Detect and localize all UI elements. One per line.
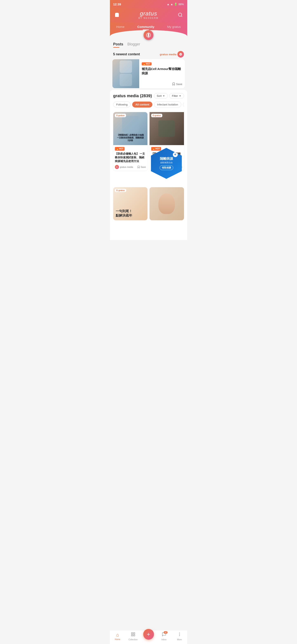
- gratus-badge-1: G gratus: [115, 114, 126, 117]
- nav-community[interactable]: Community: [134, 23, 158, 30]
- app-logo: gratus BY NEODERM: [138, 10, 158, 19]
- shield-claim-btn[interactable]: 領取保護: [160, 165, 173, 170]
- nav-my-gratus[interactable]: My gratus: [164, 23, 184, 30]
- bottom-cards: G gratus 一句到尾！ 點解決疏年: [113, 187, 184, 220]
- shield-sub-text: 啟動無限自由: [160, 161, 173, 164]
- post-card-1-content: 🔥 HOT 【防疫必備懶人包】 一文教你快速測試套裝、隔絕病源補充品使用方法 G…: [113, 145, 148, 171]
- app-header: gratus BY NEODERM: [110, 8, 187, 22]
- battery-percent: 88%: [178, 3, 184, 6]
- post-1-hot: 🔥 HOT: [115, 147, 125, 151]
- svg-point-1: [178, 13, 182, 16]
- bottom-card-2-img: [150, 187, 184, 220]
- media-count-header: gratus media (2839) Sort Filter: [113, 93, 184, 99]
- shield-plus-icon: +: [173, 152, 178, 157]
- pill-following[interactable]: Following: [113, 102, 131, 108]
- content-section: 5 newest content gratus media 🔥 HOT: [110, 48, 187, 88]
- hot-badge: 🔥 HOT: [142, 62, 152, 66]
- pill-master-class[interactable]: Master Class: [183, 102, 184, 108]
- wave-divider: [110, 30, 187, 36]
- filter-button[interactable]: Filter: [169, 93, 184, 99]
- featured-image: [112, 59, 139, 88]
- featured-save-button[interactable]: Save: [172, 82, 182, 86]
- nav-home[interactable]: Home: [113, 23, 128, 30]
- svg-marker-3: [148, 33, 149, 35]
- post-image-1: G gratus 【雙重防疫】必學防疫小知識一文教你自我檢測、隔離病源2步曲: [113, 112, 148, 145]
- author-avatar-1: G: [115, 165, 119, 169]
- logo-text: gratus: [138, 10, 158, 17]
- media-logo-text: gratus media: [160, 53, 177, 56]
- signal-icon: ▲: [171, 3, 173, 6]
- cart-icon[interactable]: [113, 11, 121, 18]
- bottom-card-1-text2: 點解決疏年: [116, 214, 145, 218]
- status-time: 12:39: [113, 2, 121, 6]
- post-1-author: G gratus media: [115, 165, 133, 169]
- sort-button[interactable]: Sort: [154, 93, 168, 99]
- white-section: gratus media (2839) Sort Filter Followin…: [110, 90, 187, 240]
- bottom-card-2[interactable]: [150, 187, 184, 220]
- shield-overlay[interactable]: + 隔離病源 啟動無限自由 領取保護: [151, 148, 186, 183]
- bottom-card-gratus-badge: G gratus: [115, 189, 126, 192]
- shield-main-text: 隔離病源: [160, 157, 173, 160]
- status-icons: ▲ ▲ 🔋 88%: [167, 3, 184, 6]
- svg-marker-4: [148, 35, 149, 37]
- sort-filter-group: Sort Filter: [154, 93, 184, 99]
- post-image-2: G gratus: [150, 112, 184, 145]
- battery-icon: 🔋: [174, 3, 177, 6]
- post-1-title: 🔥 HOT 【防疫必備懶人包】 一文教你快速測試套裝、隔絕病源補充品使用方法: [115, 147, 146, 163]
- media-section-title: gratus media (2839): [113, 94, 152, 98]
- post-1-save[interactable]: Save: [137, 166, 146, 168]
- category-pills: Following All content Infectant Isolatio…: [113, 102, 184, 109]
- media-logo: gratus media: [160, 51, 184, 58]
- bottom-card-1-content: G gratus 一句到尾！ 點解決疏年: [113, 187, 148, 220]
- media-logo-icon: [177, 51, 184, 58]
- pill-infectant[interactable]: Infectant Isolation: [154, 102, 181, 108]
- featured-content: 🔥 HOT 補充品Cell Armour幫你隔離病源 Save: [139, 59, 185, 88]
- post-1-footer: G gratus media Save: [115, 165, 146, 169]
- newest-title: 5 newest content: [113, 52, 140, 56]
- post-grid: G gratus 【雙重防疫】必學防疫小知識一文教你自我檢測、隔離病源2步曲 🔥…: [113, 112, 184, 171]
- featured-post[interactable]: 🔥 HOT 補充品Cell Armour幫你隔離病源 Save: [112, 59, 185, 88]
- featured-title: 補充品Cell Armour幫你隔離病源: [142, 67, 182, 75]
- status-bar: 12:39 ▲ ▲ 🔋 88%: [110, 0, 187, 8]
- logo-sub: BY NEODERM: [138, 17, 158, 19]
- post-card-2[interactable]: G gratus 🔥 HOT 【防疫支援】天然腐植酸補充品有助抵抗Covid-1…: [150, 112, 184, 171]
- tab-posts[interactable]: Posts: [113, 42, 123, 48]
- pill-all-content[interactable]: All content: [132, 102, 152, 108]
- tab-blogger[interactable]: Blogger: [127, 42, 140, 48]
- wifi-icon: ▲: [167, 3, 170, 6]
- gratus-badge-2: G gratus: [151, 114, 162, 117]
- compass-button[interactable]: [144, 30, 153, 40]
- bottom-card-1-text: 一句到尾！: [116, 209, 145, 214]
- search-icon[interactable]: [177, 11, 184, 18]
- newest-header: 5 newest content gratus media: [110, 48, 187, 59]
- post-card-1[interactable]: G gratus 【雙重防疫】必學防疫小知識一文教你自我檢測、隔離病源2步曲 🔥…: [113, 112, 148, 171]
- bottom-card-1[interactable]: G gratus 一句到尾！ 點解決疏年: [113, 187, 148, 220]
- main-nav: Home Community My gratus: [110, 22, 187, 30]
